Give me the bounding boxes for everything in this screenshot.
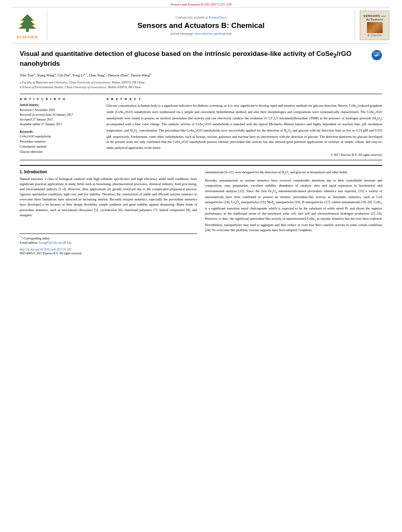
footnote-area: * * Corresponding author. E-mail address…	[20, 234, 197, 256]
abstract-heading: A B S T R A C T	[106, 97, 382, 101]
sensors-logo-image	[367, 22, 383, 33]
homepage-label: journal homepage:	[170, 32, 194, 35]
footnote-section: * * Corresponding author. E-mail address…	[20, 234, 197, 245]
section1-title: 1. Introduction	[20, 170, 197, 174]
svg-text:Mark: Mark	[374, 54, 380, 57]
elsevier-text: ELSEVIER	[17, 35, 38, 39]
corresponding-author-text: * Corresponding author.	[22, 236, 50, 240]
svg-point-5	[32, 19, 34, 21]
journal-homepage-link[interactable]: www.elsevier.com/locate/snb	[195, 32, 232, 35]
affiliations: a Faculty of Materials and Chemistry, Ch…	[20, 80, 382, 90]
keyword-2: Peroxidase mimetics	[20, 139, 99, 145]
divider-2	[20, 160, 382, 160]
abstract-text: Glucose concentration in human body is a…	[106, 103, 382, 150]
doi-link[interactable]: http://dx.doi.org/10.1016/j.snb.2017.01.…	[20, 248, 71, 251]
svg-point-9	[35, 27, 36, 29]
history-accepted: Accepted 27 January 2017	[20, 117, 99, 122]
journal-full-title: Sensors and Actuators B: Chemical	[138, 21, 264, 30]
svg-point-4	[21, 19, 23, 21]
keyword-1: CoSe2/rGO nanohybrids	[20, 134, 99, 139]
sensors-logo-title: SENSORS and	[363, 14, 386, 18]
body-left-col: 1. Introduction Natural enzymes, a class…	[20, 170, 197, 256]
history-received: Received 2 November 2016	[20, 108, 99, 113]
body-right-col: nanomaterials [9–11], were designed for …	[205, 170, 382, 256]
article-content: Visual and quantitative detection of glu…	[0, 44, 402, 256]
history-revised: Received in revised form 20 January 2017	[20, 113, 99, 117]
sensors-logo-box: SENSORS and AcTuators B: Chemical	[360, 11, 389, 40]
author-list: Xike Tiana, Xiang Wanga, Chu Daia, Yong …	[20, 73, 151, 77]
journal-citation: Sensors and Actuators B 245 (2017) 221–2…	[171, 2, 232, 6]
body-two-col: 1. Introduction Natural enzymes, a class…	[20, 170, 382, 256]
elsevier-tree-icon	[17, 12, 38, 34]
section1-title-text: Introduction	[24, 170, 47, 174]
authors-line: Xike Tiana, Xiang Wanga, Chu Daia, Yong …	[20, 72, 382, 78]
article-info-column: A R T I C L E I N F O Article history: R…	[20, 97, 99, 156]
keyword-4: Glucose detection	[20, 150, 99, 155]
affiliation-b: b School of Environmental Studies, China…	[20, 85, 382, 90]
title-sub2: 2	[333, 52, 337, 59]
journal-title-area: Contents lists available at ScienceDirec…	[51, 11, 351, 40]
contents-available-line: Contents lists available at ScienceDirec…	[176, 16, 227, 19]
journal-citation-bar: Sensors and Actuators B 245 (2017) 221–2…	[0, 0, 402, 7]
sensors-logo-actuators: AcTuators	[366, 18, 383, 21]
journal-header: ELSEVIER Contents lists available at Sci…	[12, 7, 390, 44]
history-online: Available online 27 January 2017	[20, 122, 99, 127]
svg-point-6	[20, 24, 21, 25]
svg-point-8	[19, 27, 20, 29]
svg-text:Cross: Cross	[373, 51, 381, 54]
section1-para2: nanomaterials [9–11], were designed for …	[205, 170, 382, 176]
sensors-logo-sub: B: Chemical	[368, 34, 382, 37]
keywords-label: Keywords:	[20, 130, 99, 133]
affiliation-a: a Faculty of Materials and Chemistry, Ch…	[20, 80, 382, 85]
svg-point-7	[34, 24, 35, 25]
contents-label: Contents lists available at	[176, 16, 208, 19]
footnote-star: * * Corresponding author.	[20, 235, 197, 241]
email-suffix: (Y. Li).	[63, 241, 72, 245]
article-info-heading: A R T I C L E I N F O	[20, 97, 99, 101]
title-area: Visual and quantitative detection of glu…	[20, 50, 367, 72]
crossmark-icon: ✓ Cross Mark	[371, 50, 382, 61]
section1-para3: Recently, nanomaterials as enzyme mimeti…	[205, 178, 382, 233]
email-link[interactable]: liyang07@126.com	[39, 241, 62, 245]
article-info-abstract: A R T I C L E I N F O Article history: R…	[20, 97, 382, 156]
body-content: 1. Introduction Natural enzymes, a class…	[20, 165, 382, 256]
doi-area: http://dx.doi.org/10.1016/j.snb.2017.01.…	[20, 247, 197, 251]
title-row: Visual and quantitative detection of glu…	[20, 50, 382, 72]
footnote-email: E-mail address: liyang07@126.com (Y. Li)…	[20, 241, 197, 245]
section1-para1: Natural enzymes, a class of biological c…	[20, 176, 197, 218]
copyright-notice: © 2017 Elsevier B.V. All rights reserved…	[106, 153, 382, 157]
sciencedirect-link[interactable]: ScienceDirect	[209, 16, 227, 19]
title-main: Visual and quantitative detection of glu…	[20, 50, 333, 57]
page: Sensors and Actuators B 245 (2017) 221–2…	[0, 0, 402, 532]
sensors-actuators-logo: SENSORS and AcTuators B: Chemical	[355, 11, 390, 40]
issn-text: 0925-4005/© 2017 Elsevier B.V. All right…	[20, 251, 197, 256]
elsevier-logo: ELSEVIER	[12, 11, 47, 40]
email-label: E-mail address:	[20, 241, 38, 245]
keyword-3: Colorimetric method	[20, 145, 99, 150]
section1-number: 1.	[20, 170, 23, 174]
abstract-column: A B S T R A C T Glucose concentration in…	[106, 97, 382, 156]
article-title: Visual and quantitative detection of glu…	[20, 50, 367, 68]
crossmark-svg: ✓ Cross Mark	[371, 50, 382, 61]
homepage-line: journal homepage: www.elsevier.com/locat…	[170, 32, 231, 35]
article-history-label: Article history:	[20, 103, 99, 107]
divider-1	[20, 94, 382, 94]
